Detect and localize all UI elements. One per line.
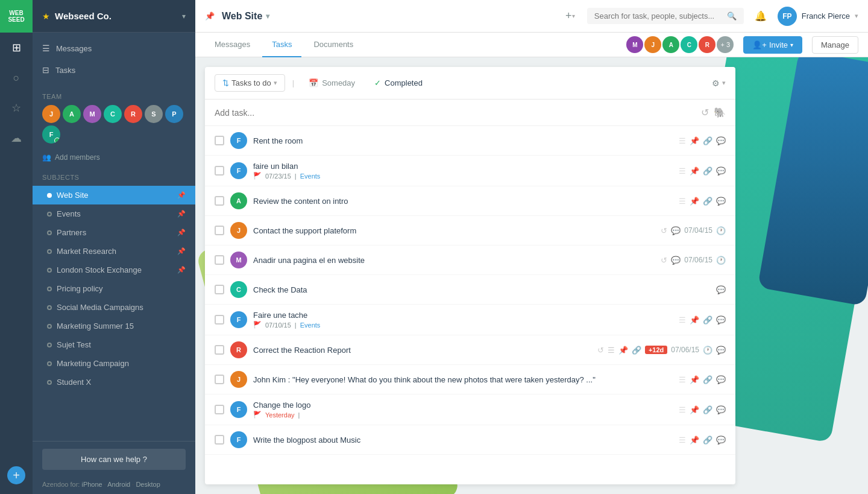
evernote-icon[interactable]: 🐘: [714, 107, 726, 118]
nav-messages[interactable]: ☰ Messages: [33, 37, 195, 59]
user-info[interactable]: FP Franck Pierce ▾: [778, 7, 858, 26]
chat-icon[interactable]: 💬: [671, 256, 681, 265]
task-checkbox[interactable]: [215, 375, 224, 384]
add-task-input[interactable]: [215, 108, 696, 118]
link-icon[interactable]: 🔗: [703, 136, 712, 145]
task-checkbox[interactable]: [215, 315, 224, 325]
manage-button[interactable]: Manage: [812, 36, 858, 54]
pin2-icon[interactable]: 📌: [618, 346, 628, 355]
link-icon[interactable]: 🔗: [703, 315, 712, 325]
comment-icon[interactable]: 💬: [716, 346, 726, 355]
desktop-link[interactable]: Desktop: [136, 481, 160, 488]
pin2-icon[interactable]: 📌: [690, 197, 699, 206]
add-members-button[interactable]: 👥 Add members: [33, 148, 195, 166]
sidebar-item-market-research[interactable]: Market Research 📌: [33, 242, 195, 261]
task-row[interactable]: F Faire une tache 🚩 07/10/15 | Events ☰ …: [205, 305, 735, 335]
task-checkbox[interactable]: [215, 196, 224, 206]
team-avatar-5[interactable]: R: [124, 105, 142, 123]
task-row[interactable]: F Rent the room ☰ 📌 🔗 💬: [205, 126, 735, 156]
someday-filter[interactable]: 📅 Someday: [301, 75, 362, 91]
sidebar-item-sujet-test[interactable]: Sujet Test: [33, 335, 195, 354]
comment-icon[interactable]: 💬: [716, 136, 726, 145]
task-row[interactable]: F Change the logo 🚩 Yesterday | ☰ 📌 🔗 💬: [205, 394, 735, 425]
tab-avatar-4[interactable]: C: [681, 36, 697, 53]
pin2-icon[interactable]: 📌: [690, 375, 699, 384]
sidebar-item-marketing-summer-15[interactable]: Marketing Summer 15: [33, 317, 195, 335]
task-row[interactable]: M Anadir una pagina el en website ↺ 💬 07…: [205, 245, 735, 275]
refresh-icon[interactable]: ↺: [701, 107, 709, 118]
list-icon[interactable]: ☰: [679, 136, 686, 145]
list-icon[interactable]: ☰: [679, 197, 686, 206]
sidebar-chevron-icon[interactable]: ▾: [182, 12, 186, 21]
list-icon[interactable]: ☰: [679, 166, 686, 176]
iphone-link[interactable]: iPhone: [81, 481, 102, 488]
rail-star-icon[interactable]: ☆: [0, 93, 33, 123]
tab-messages[interactable]: Messages: [205, 33, 260, 57]
list-icon[interactable]: ☰: [679, 435, 686, 445]
sidebar-item-pricing-policy[interactable]: Pricing policy: [33, 279, 195, 298]
task-row[interactable]: A Review the content on intro ☰ 📌 🔗 💬: [205, 186, 735, 216]
team-avatar-7[interactable]: P: [165, 105, 183, 123]
tab-avatar-5[interactable]: R: [699, 36, 715, 53]
nav-tasks[interactable]: ⊟ Tasks: [33, 59, 195, 81]
comment-icon[interactable]: 💬: [716, 315, 726, 325]
task-checkbox[interactable]: [215, 345, 224, 355]
panel-settings-button[interactable]: ⚙ ▾: [712, 78, 726, 88]
tab-avatar-3[interactable]: A: [662, 36, 679, 53]
tab-documents[interactable]: Documents: [304, 33, 363, 57]
link-icon[interactable]: 🔗: [703, 166, 712, 176]
invite-button[interactable]: 👤+ Invite ▾: [743, 36, 802, 54]
clock-icon[interactable]: 🕐: [703, 346, 712, 355]
link-icon[interactable]: 🔗: [703, 197, 712, 206]
comment-icon[interactable]: 💬: [716, 405, 726, 414]
task-checkbox[interactable]: [215, 136, 224, 145]
team-avatar-3[interactable]: M: [83, 105, 101, 123]
sidebar-item-student-x[interactable]: Student X: [33, 373, 195, 391]
notifications-button[interactable]: 🔔: [751, 7, 770, 26]
list-icon[interactable]: ☰: [679, 405, 686, 414]
clock-icon[interactable]: 🕐: [716, 256, 726, 265]
task-row[interactable]: R Correct the Reaction Report ↺ ☰ 📌 🔗 +1…: [205, 335, 735, 365]
link-icon[interactable]: 🔗: [703, 375, 712, 384]
tab-tasks[interactable]: Tasks: [262, 33, 301, 57]
sidebar-item-london-stock-exchange[interactable]: London Stock Exchange 📌: [33, 261, 195, 279]
task-row[interactable]: F Write the blogpost about Music ☰ 📌 🔗 💬: [205, 425, 735, 455]
comment-icon[interactable]: 💬: [716, 285, 726, 294]
task-checkbox[interactable]: [215, 226, 224, 235]
list-icon[interactable]: ☰: [608, 346, 615, 355]
task-row[interactable]: J Contact the support plateform ↺ 💬 07/0…: [205, 216, 735, 245]
sidebar-item-partners[interactable]: Partners 📌: [33, 223, 195, 242]
task-checkbox[interactable]: [215, 435, 224, 445]
completed-filter[interactable]: ✓ Completed: [367, 75, 430, 91]
repeat-icon[interactable]: ↺: [597, 346, 604, 355]
sidebar-item-marketing-campaign[interactable]: Marketing Campaign: [33, 354, 195, 373]
team-avatar-2[interactable]: A: [63, 105, 81, 123]
android-link[interactable]: Android: [107, 481, 130, 488]
pin2-icon[interactable]: 📌: [690, 405, 699, 414]
sidebar-item-events[interactable]: Events 📌: [33, 204, 195, 223]
team-avatar-8[interactable]: F: [42, 125, 60, 144]
team-avatar-6[interactable]: S: [145, 105, 163, 123]
tab-avatar-2[interactable]: J: [644, 36, 661, 53]
team-avatar-1[interactable]: J: [42, 105, 60, 123]
chat-icon[interactable]: 💬: [671, 226, 681, 235]
repeat-icon[interactable]: ↺: [661, 256, 667, 265]
tab-avatar-1[interactable]: M: [626, 36, 643, 53]
repeat-icon[interactable]: ↺: [661, 226, 667, 235]
pin2-icon[interactable]: 📌: [690, 435, 699, 445]
list-icon[interactable]: ☰: [679, 315, 686, 325]
pin2-icon[interactable]: 📌: [690, 166, 699, 176]
task-checkbox[interactable]: [215, 405, 224, 414]
tasks-to-do-filter[interactable]: ⇅ Tasks to do ▾: [215, 74, 285, 92]
search-icon[interactable]: 🔍: [727, 11, 737, 21]
comment-icon[interactable]: 💬: [716, 197, 726, 206]
task-row[interactable]: F faire un bilan 🚩 07/23/15 | Events ☰ 📌…: [205, 156, 735, 186]
rail-home-icon[interactable]: ⊞: [0, 33, 33, 63]
list-icon[interactable]: ☰: [679, 375, 686, 384]
clock-icon[interactable]: 🕐: [716, 226, 726, 235]
rail-add-icon[interactable]: +: [7, 466, 25, 484]
task-checkbox[interactable]: [215, 255, 224, 265]
help-button[interactable]: How can we help ?: [42, 449, 186, 470]
link-icon[interactable]: 🔗: [632, 346, 641, 355]
task-checkbox[interactable]: [215, 285, 224, 294]
